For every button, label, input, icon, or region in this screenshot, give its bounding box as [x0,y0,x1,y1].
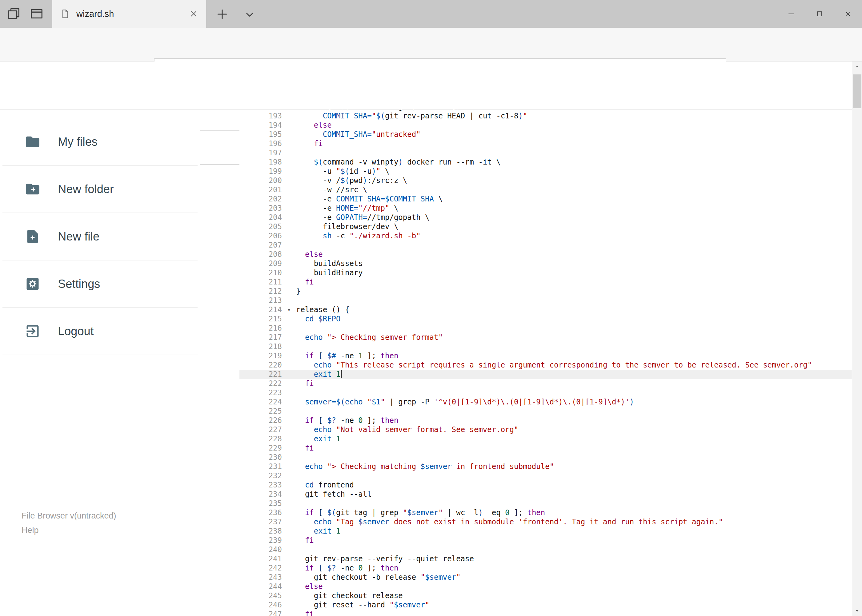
code-line[interactable]: 216 [240,324,852,333]
code-line[interactable]: 246 git reset --hard "$semver" [240,600,852,610]
code-line[interactable]: 226 if [ $? -ne 0 ]; then [240,416,852,425]
line-number: 228 [240,434,282,443]
sidebar-item-label: Settings [58,277,100,291]
help-link[interactable]: Help [22,526,116,535]
tab-close-icon[interactable] [189,9,198,19]
code-text: exit 1 [296,526,341,536]
code-line[interactable]: 220 echo "This release script requires a… [240,360,852,370]
code-text: cd $REPO [296,314,341,324]
scrollbar-thumb[interactable] [853,74,861,108]
code-line[interactable]: 238 exit 1 [240,526,852,536]
line-number: 238 [240,526,282,536]
code-line[interactable]: 211 fi [240,277,852,287]
code-line[interactable]: 215 cd $REPO [240,314,852,324]
code-line[interactable]: 223 [240,388,852,398]
code-line[interactable]: 201 -w //src \ [240,185,852,194]
maximize-button[interactable] [805,0,834,28]
code-line[interactable]: 210 buildBinary [240,268,852,277]
code-line[interactable]: 206 sh -c "./wizard.sh -b" [240,231,852,240]
code-line[interactable]: 200 -v /$(pwd):/src:z \ [240,176,852,185]
code-line[interactable]: 208 else [240,250,852,259]
code-line[interactable]: 243 git checkout -b release "$semver" [240,573,852,582]
code-line[interactable]: 195 COMMIT_SHA="untracked" [240,130,852,139]
code-line[interactable]: 237 echo "Tag $semver does not exist in … [240,517,852,526]
code-line[interactable]: 217 echo "> Checking semver format" [240,333,852,342]
code-line[interactable]: 233 cd frontend [240,480,852,490]
fold-gutter [282,379,296,388]
code-line[interactable]: 196 fi [240,139,852,148]
code-line[interactable]: 241 git rev-parse --verify --quiet relea… [240,554,852,563]
fold-gutter [282,360,296,370]
scroll-up-icon[interactable] [852,61,862,72]
fold-gutter [282,480,296,490]
code-line[interactable]: 245 git checkout release [240,591,852,600]
code-text: if [ $(git tag | grep "$semver" | wc -l)… [296,508,545,517]
code-line[interactable]: 240 [240,545,852,554]
code-line[interactable]: 194 else [240,121,852,130]
code-line[interactable]: 221 exit 1 [240,370,852,379]
line-number: 221 [240,370,282,379]
fold-gutter [282,176,296,185]
code-line[interactable]: 232 [240,471,852,480]
code-line[interactable]: 209 buildAssets [240,259,852,268]
fold-gutter [282,213,296,222]
fold-gutter [282,139,296,148]
code-editor[interactable]: 192 if [ "$(command -v git)" != "" ]; th… [240,110,852,616]
code-line[interactable]: 244 else [240,582,852,591]
code-line[interactable]: 219 if [ $# -ne 1 ]; then [240,351,852,360]
fold-marker-icon[interactable]: ▾ [282,305,296,314]
fold-gutter [282,130,296,139]
code-line[interactable]: 236 if [ $(git tag | grep "$semver" | wc… [240,508,852,517]
code-line[interactable]: 199 -u "$(id -u)" \ [240,167,852,176]
code-text: if [ $# -ne 1 ]; then [296,351,398,360]
code-line[interactable]: 205 filebrowser/dev \ [240,222,852,231]
code-line[interactable]: 239 fi [240,536,852,545]
code-line[interactable]: 202 -e COMMIT_SHA=$COMMIT_SHA \ [240,194,852,204]
code-line[interactable]: 213 [240,296,852,305]
code-line[interactable]: 234 git fetch --all [240,490,852,499]
code-line[interactable]: 227 echo "Not valid semver format. See s… [240,425,852,434]
code-line[interactable]: 225 [240,407,852,416]
code-line[interactable]: 218 [240,342,852,351]
sidebar: My filesNew folderNew fileSettingsLogout… [0,110,200,616]
code-line[interactable]: 228 exit 1 [240,434,852,443]
code-line[interactable]: 229 fi [240,443,852,453]
fold-gutter [282,121,296,130]
sidebar-item-my-files[interactable]: My files [2,118,198,166]
code-line[interactable]: 224 semver=$(echo "$1" | grep -P '^v(0|[… [240,398,852,407]
code-line[interactable]: 214▾release () { [240,305,852,314]
chevron-down-icon[interactable] [244,9,255,20]
code-line[interactable]: 203 -e HOME="//tmp" \ [240,204,852,213]
code-line[interactable]: 197 [240,148,852,157]
page-scrollbar[interactable] [852,61,862,616]
code-line[interactable]: 247 fi [240,610,852,616]
code-line[interactable]: 222 fi [240,379,852,388]
close-button[interactable] [834,0,862,28]
code-text: -e COMMIT_SHA=$COMMIT_SHA \ [296,194,443,204]
minimize-button[interactable] [777,0,805,28]
code-line[interactable]: 193 COMMIT_SHA="$(git rev-parse HEAD | c… [240,112,852,121]
code-text: cd frontend [296,480,354,490]
code-text: git fetch --all [296,490,372,499]
sidebar-item-logout[interactable]: Logout [2,308,198,355]
scroll-down-icon[interactable] [852,605,862,616]
code-text: semver=$(echo "$1" | grep -P '^v(0|[1-9]… [296,398,634,407]
code-text: release () { [296,305,349,314]
code-line[interactable]: 207 [240,240,852,250]
code-line[interactable]: 231 echo "> Checking matching $semver in… [240,462,852,471]
code-line[interactable]: 235 [240,499,852,508]
set-tabs-aside-icon[interactable] [7,7,21,21]
tab-wizard-sh[interactable]: wizard.sh [52,0,206,28]
code-line[interactable]: 198 $(command -v winpty) docker run --rm… [240,157,852,167]
app-header [0,61,862,110]
code-line[interactable]: 212} [240,287,852,296]
code-area: 192 if [ "$(command -v git)" != "" ]; th… [240,110,852,616]
new-tab-button[interactable] [216,7,229,21]
sidebar-item-new-file[interactable]: New file [2,213,198,261]
sidebar-item-settings[interactable]: Settings [2,261,198,308]
code-line[interactable]: 242 if [ $? -ne 0 ]; then [240,563,852,573]
code-line[interactable]: 230 [240,453,852,462]
code-line[interactable]: 204 -e GOPATH=//tmp/gopath \ [240,213,852,222]
tab-preview-icon[interactable] [30,7,44,21]
sidebar-item-new-folder[interactable]: New folder [2,166,198,213]
